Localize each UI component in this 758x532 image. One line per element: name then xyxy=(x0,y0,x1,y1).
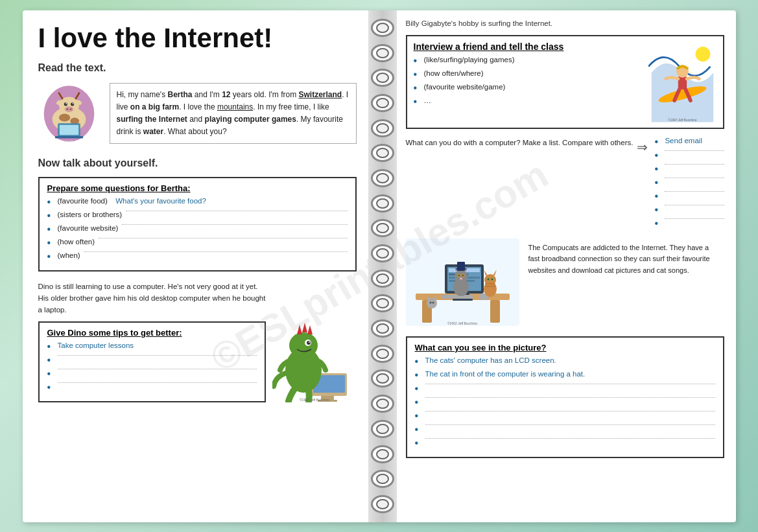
spiral-ring xyxy=(371,495,394,513)
dotted-line xyxy=(665,191,724,192)
dotted-line xyxy=(425,384,715,384)
question-label: (sisters or brothers) xyxy=(58,211,123,218)
svg-marker-28 xyxy=(307,325,313,334)
computer-label: What can you do with a computer? Make a … xyxy=(406,137,634,148)
reading-part2: and I'm xyxy=(193,90,222,99)
list-item: Take computer lessons xyxy=(47,341,257,352)
spiral-ring xyxy=(371,69,394,87)
spiral-ring xyxy=(371,420,394,438)
spiral-ring xyxy=(371,445,394,463)
dotted-line xyxy=(425,411,715,411)
svg-point-53 xyxy=(455,270,468,283)
dotted-line xyxy=(58,369,257,369)
svg-point-9 xyxy=(64,102,67,106)
cats-svg: ©2002 Jeff Bucchino xyxy=(406,238,519,326)
reading-age: 12 xyxy=(222,90,230,99)
cow-illustration: ©2002 Jeff Bucchino xyxy=(38,83,103,151)
list-item: (sisters or brothers) xyxy=(47,211,348,221)
list-item xyxy=(654,178,724,188)
list-item xyxy=(654,164,724,174)
list-item xyxy=(47,369,257,379)
svg-point-30 xyxy=(307,341,311,345)
dotted-line xyxy=(425,424,715,425)
dotted-line xyxy=(665,178,724,178)
svg-point-62 xyxy=(460,277,462,279)
spiral-ring xyxy=(371,319,394,338)
list-item xyxy=(415,384,715,394)
dino-text: Dino is still learning to use a computer… xyxy=(38,281,266,316)
list-text: Send email xyxy=(665,137,702,145)
svg-marker-26 xyxy=(297,325,302,334)
spiral-ring xyxy=(371,294,394,312)
list-item: (favourite website/game) xyxy=(414,83,643,93)
svg-text:©2002 Jeff Bucchino: ©2002 Jeff Bucchino xyxy=(447,321,477,325)
svg-point-60 xyxy=(458,275,460,276)
svg-point-12 xyxy=(72,103,73,104)
reading-box: Hi, my name's Bertha and I'm 12 years ol… xyxy=(110,83,357,145)
question-label: (when) xyxy=(58,251,80,259)
list-item: … xyxy=(414,97,643,107)
dotted-line xyxy=(425,438,715,439)
list-item: The cat in front of the computer is wear… xyxy=(415,370,715,380)
svg-rect-45 xyxy=(453,299,473,301)
dotted-line xyxy=(665,218,724,219)
svg-point-13 xyxy=(64,106,73,112)
computer-text: What can you do with a computer? Make a … xyxy=(406,139,634,146)
reading-part6: . In my free time, I like xyxy=(253,102,329,111)
dotted-line xyxy=(58,355,257,356)
dotted-line xyxy=(665,205,724,205)
interview-content: Interview a friend and tell the class (l… xyxy=(414,41,643,122)
list-item xyxy=(654,150,724,161)
svg-point-69 xyxy=(488,279,489,280)
list-item xyxy=(47,382,257,393)
svg-point-76 xyxy=(429,301,431,303)
question-label: (how often) xyxy=(58,238,95,246)
cats-section: ©2002 Jeff Bucchino The Compucats are ad… xyxy=(406,238,724,329)
see-picture-title: What can you see in the picture? xyxy=(415,343,715,353)
svg-rect-34 xyxy=(678,75,686,89)
list-section: Send email xyxy=(654,137,724,232)
talk-label: Now talk about yourself. xyxy=(38,157,357,169)
see-picture-box: What can you see in the picture? The cat… xyxy=(406,336,724,458)
svg-rect-41 xyxy=(490,300,500,323)
text-section: ©2002 Jeff Bucchino Hi, my name's Bertha… xyxy=(38,83,357,151)
reading-part9: . What about you? xyxy=(163,127,226,136)
questions-title: Prepare some questions for Bertha: xyxy=(47,183,348,193)
spiral-ring xyxy=(371,194,394,213)
reading-mountains: mountains xyxy=(217,102,253,111)
list-item: (like/surfing/playing games) xyxy=(414,56,643,66)
middle-section: What can you do with a computer? Make a … xyxy=(406,137,724,232)
spiral-ring xyxy=(371,219,394,237)
list-item xyxy=(654,205,724,215)
tip-text: Take computer lessons xyxy=(58,341,134,349)
tips-title: Give Dino some tips to get better: xyxy=(47,328,257,338)
svg-point-25 xyxy=(289,332,318,358)
svg-point-77 xyxy=(432,301,434,303)
svg-rect-18 xyxy=(54,136,82,138)
worksheet: ©ESLprintables.com I love the Internet! … xyxy=(23,10,736,522)
interview-item: (favourite website/game) xyxy=(424,83,506,91)
svg-rect-50 xyxy=(442,295,474,299)
list-item xyxy=(654,218,724,229)
question-label: (favourite food) xyxy=(58,197,112,205)
list-item xyxy=(415,411,715,421)
reading-farm: on a big farm xyxy=(130,102,179,111)
dino-svg: ©1997 Jeff Bucchino xyxy=(272,312,357,402)
reading-bertha: Bertha xyxy=(167,90,192,99)
spiral-binding xyxy=(368,10,397,522)
spiral-ring xyxy=(371,270,394,288)
dotted-line xyxy=(84,251,348,252)
reading-part7: and xyxy=(187,115,205,124)
tips-box: Give Dino some tips to get better: Take … xyxy=(38,321,266,402)
dotted-line xyxy=(58,382,257,383)
list-item xyxy=(47,355,257,365)
interview-item: (like/surfing/playing games) xyxy=(424,56,515,64)
interview-item: (how often/where) xyxy=(424,69,484,77)
svg-rect-55 xyxy=(457,262,465,270)
svg-marker-27 xyxy=(302,323,307,332)
svg-point-14 xyxy=(66,108,68,110)
dotted-line xyxy=(425,397,715,398)
list-item xyxy=(415,397,715,408)
list-item: (favourite website) xyxy=(47,224,348,235)
svg-point-10 xyxy=(71,102,74,106)
